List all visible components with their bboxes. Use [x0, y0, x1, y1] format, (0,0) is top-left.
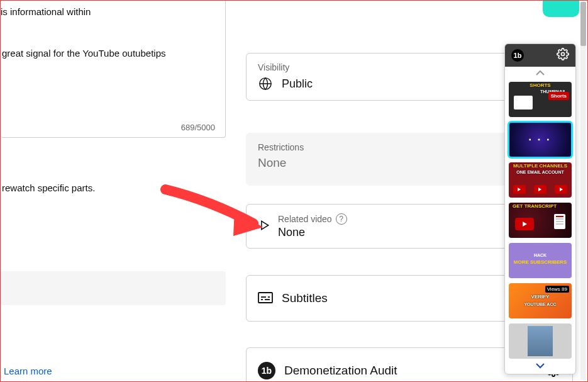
- description-text-fragment-2: great signal for the YouTube outubetips: [2, 45, 165, 62]
- related-video-value: None: [278, 226, 347, 239]
- description-textarea[interactable]: eo. For the best example, refer to this …: [1, 0, 226, 138]
- play-outline-icon: [258, 219, 270, 234]
- globe-icon: [258, 76, 273, 91]
- subtitles-value: Subtitles: [282, 291, 328, 305]
- chevron-down-icon[interactable]: [505, 361, 575, 374]
- page-root: eo. For the best example, refer to this …: [1, 1, 587, 381]
- thumbnail-list: SHORTS THUMBNAIL Shorts ▪ ▪ ▪ MULTIPLE C…: [505, 79, 575, 361]
- left-column: eo. For the best example, refer to this …: [1, 1, 226, 381]
- tubebuddy-sidebar[interactable]: 1b SHORTS THUMBNAIL Shorts ▪ ▪ ▪ MULTIPL…: [504, 43, 576, 374]
- chapters-hint-text: rewatch specific parts.: [2, 183, 95, 193]
- restrictions-value: None: [258, 156, 286, 170]
- visibility-value: Public: [282, 77, 313, 91]
- thumbnail-item[interactable]: MULTIPLE CHANNELS ONE EMAIL ACCOUNT: [509, 162, 572, 198]
- thumbnail-item[interactable]: VERIFY YOUTUBE ACC Views 89: [509, 283, 572, 318]
- thumbnail-item[interactable]: [509, 323, 572, 359]
- thumbnail-item[interactable]: SHORTS THUMBNAIL Shorts: [509, 82, 572, 117]
- related-video-label: Related video: [278, 214, 332, 224]
- subtitles-icon: [258, 291, 273, 306]
- tubebuddy-sidebar-header: 1b: [505, 44, 575, 67]
- gear-icon[interactable]: [557, 48, 569, 63]
- svg-rect-1: [258, 293, 272, 303]
- svg-point-7: [562, 53, 565, 56]
- chevron-up-icon[interactable]: [505, 67, 575, 79]
- demonetization-audit-label: Demonetization Audit: [284, 364, 397, 378]
- thumbnail-item[interactable]: HACK MORE SUBSCRIBERS: [509, 243, 572, 278]
- description-char-counter: 689/5000: [181, 123, 215, 132]
- help-icon[interactable]: ?: [336, 213, 347, 225]
- tubebuddy-logo-icon: 1b: [511, 49, 524, 62]
- thumbnail-item[interactable]: ▪ ▪ ▪: [509, 122, 572, 157]
- description-text-fragment-1: eo. For the best example, refer to this …: [1, 0, 215, 20]
- learn-more-link[interactable]: Learn more: [4, 366, 52, 376]
- tubebuddy-badge-icon: 1b: [258, 362, 275, 379]
- grey-placeholder-block: [1, 271, 226, 305]
- thumbnail-item[interactable]: GET TRANSCRIPT: [509, 203, 572, 238]
